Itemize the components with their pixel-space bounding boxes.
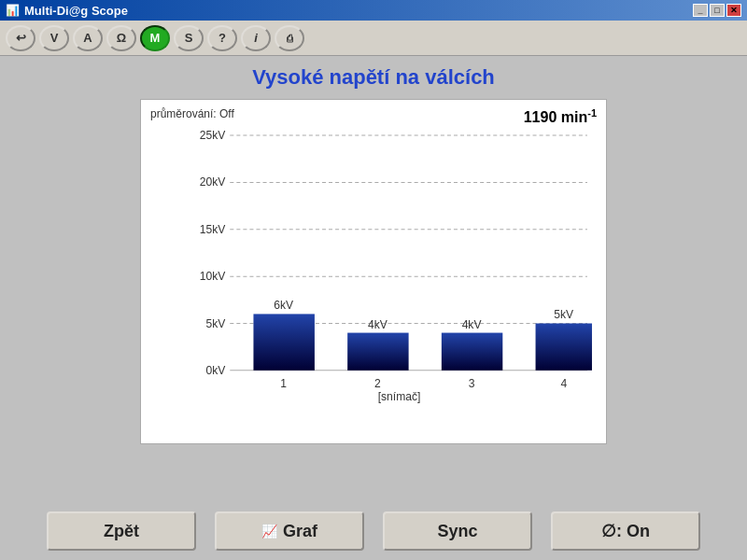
bottom-bar: Zpět 📈 Graf Sync ∅: On bbox=[0, 511, 747, 551]
svg-text:4kV: 4kV bbox=[368, 318, 388, 331]
svg-text:[snímač]: [snímač] bbox=[378, 390, 421, 403]
svg-rect-12 bbox=[253, 314, 314, 370]
svg-rect-21 bbox=[536, 323, 592, 370]
toolbar-btn-volt[interactable]: V bbox=[39, 25, 69, 51]
svg-text:0kV: 0kV bbox=[205, 364, 225, 377]
svg-rect-15 bbox=[347, 333, 408, 371]
toolbar-btn-amp[interactable]: A bbox=[73, 25, 103, 51]
svg-text:3: 3 bbox=[469, 377, 475, 390]
svg-text:2: 2 bbox=[374, 377, 381, 390]
chart-container: průměrování: Off 1190 min-1 25kV 20kV 15… bbox=[140, 99, 607, 444]
svg-text:15kV: 15kV bbox=[200, 223, 226, 236]
svg-text:1: 1 bbox=[280, 377, 287, 390]
back-label: Zpět bbox=[104, 522, 139, 541]
main-content: Vysoké napětí na válcích průměrování: Of… bbox=[0, 56, 747, 454]
graph-button[interactable]: 📈 Graf bbox=[215, 511, 364, 551]
svg-text:25kV: 25kV bbox=[200, 129, 226, 142]
toolbar: ↩ V A Ω M S ? i ⎙ bbox=[0, 21, 747, 56]
minimize-button[interactable]: _ bbox=[693, 4, 708, 17]
svg-text:10kV: 10kV bbox=[200, 270, 226, 283]
toolbar-btn-help[interactable]: ? bbox=[207, 25, 237, 51]
app-icon: 📊 bbox=[6, 4, 20, 17]
maximize-button[interactable]: □ bbox=[710, 4, 725, 17]
graph-icon: 📈 bbox=[261, 524, 277, 539]
svg-text:6kV: 6kV bbox=[274, 299, 293, 312]
close-button[interactable]: ✕ bbox=[726, 4, 741, 17]
svg-text:4: 4 bbox=[560, 377, 567, 390]
toolbar-btn-info[interactable]: i bbox=[241, 25, 271, 51]
graph-label: Graf bbox=[283, 522, 317, 541]
page-title: Vysoké napětí na válcích bbox=[252, 65, 495, 90]
rpm-display: 1190 min-1 bbox=[524, 107, 597, 126]
phase-button[interactable]: ∅: On bbox=[551, 511, 700, 551]
sync-label: Sync bbox=[437, 522, 477, 541]
svg-text:5kV: 5kV bbox=[554, 308, 573, 321]
svg-text:20kV: 20kV bbox=[200, 175, 226, 189]
chart-svg: 25kV 20kV 15kV 10kV 5kV 0kV bbox=[192, 109, 597, 406]
back-button[interactable]: Zpět bbox=[47, 511, 196, 551]
svg-text:4kV: 4kV bbox=[462, 318, 482, 331]
toolbar-btn-scope[interactable]: S bbox=[174, 25, 204, 51]
window-title: Multi-Di@g Scope bbox=[24, 4, 128, 18]
toolbar-btn-ohm[interactable]: Ω bbox=[106, 25, 136, 51]
toolbar-btn-back[interactable]: ↩ bbox=[6, 25, 35, 51]
toolbar-btn-print[interactable]: ⎙ bbox=[275, 25, 304, 51]
svg-text:5kV: 5kV bbox=[205, 317, 225, 330]
phase-label: ∅: On bbox=[601, 521, 650, 541]
toolbar-btn-m[interactable]: M bbox=[140, 25, 170, 51]
title-bar: 📊 Multi-Di@g Scope _ □ ✕ bbox=[0, 0, 747, 21]
sync-button[interactable]: Sync bbox=[383, 511, 532, 551]
averaging-label: průměrování: Off bbox=[150, 107, 234, 120]
svg-rect-18 bbox=[442, 333, 502, 371]
